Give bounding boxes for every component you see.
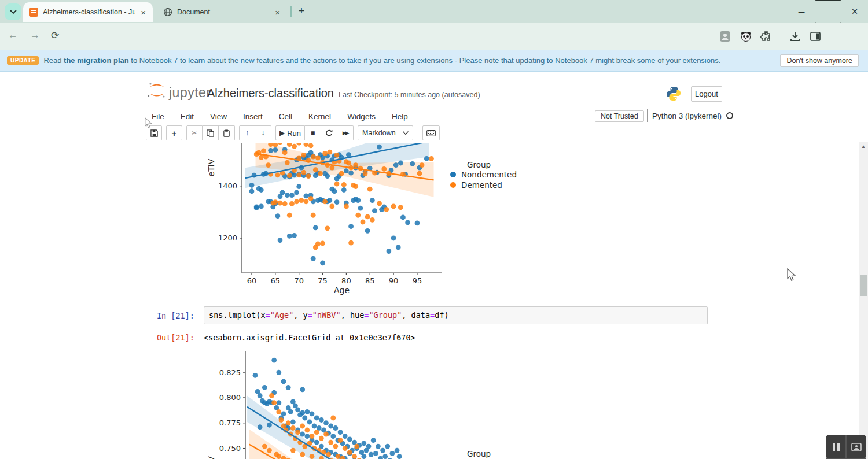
paste-icon xyxy=(223,129,230,137)
code-input[interactable]: sns.lmplot(x="Age", y="nWBV", hue="Group… xyxy=(204,306,708,324)
tab-close-icon[interactable]: × xyxy=(274,8,281,17)
tab-divider xyxy=(290,6,292,17)
window-close-button[interactable]: × xyxy=(841,0,868,23)
menu-item-help[interactable]: Help xyxy=(392,112,408,121)
svg-text:Nondemented: Nondemented xyxy=(461,170,517,179)
snapshot-icon xyxy=(851,443,862,451)
run-cell-button[interactable]: ▶Run xyxy=(275,125,305,140)
keyboard-icon xyxy=(426,130,436,136)
restart-kernel-button[interactable] xyxy=(321,125,337,140)
interrupt-kernel-button[interactable]: ■ xyxy=(305,125,321,140)
tab-title: Alzheimers-classification - Jupy xyxy=(43,8,135,16)
menu-item-cell[interactable]: Cell xyxy=(279,112,292,121)
browser-tab-document[interactable]: Document × xyxy=(157,2,287,22)
paste-cell-button[interactable] xyxy=(219,125,235,140)
restart-icon xyxy=(325,129,333,137)
jupyter-wordmark: jupyter xyxy=(169,85,211,101)
jupyter-favicon-icon xyxy=(29,8,38,17)
kernel-name: Python 3 (ipykernel) xyxy=(652,112,722,120)
svg-text:60: 60 xyxy=(247,276,257,285)
window-minimize-button[interactable]: ─ xyxy=(788,0,815,23)
dismiss-banner-button[interactable]: Don't show anymore xyxy=(780,54,859,67)
svg-text:nWBV: nWBV xyxy=(207,456,216,459)
command-palette-button[interactable] xyxy=(422,125,440,140)
logout-button[interactable]: Logout xyxy=(691,86,722,102)
save-icon xyxy=(150,129,158,137)
migration-plan-link[interactable]: the migration plan xyxy=(64,56,129,65)
svg-text:85: 85 xyxy=(365,276,375,285)
nwbv-vs-age-plot: 0.7500.7750.8000.825nWBVGroupNondemented… xyxy=(191,347,527,459)
menu-item-insert[interactable]: Insert xyxy=(243,112,263,121)
svg-text:70: 70 xyxy=(294,276,304,285)
new-tab-button[interactable]: + xyxy=(295,5,308,18)
recorder-overlay xyxy=(826,435,866,459)
notebook-title[interactable]: Alzheimers-classificationLast Checkpoint… xyxy=(207,87,480,100)
scrollbar-up-icon[interactable]: ▲ xyxy=(859,142,868,151)
tab-search-button[interactable] xyxy=(5,3,21,20)
output-text: <seaborn.axisgrid.FacetGrid at 0x1e0e3e7… xyxy=(204,333,415,342)
notebook-content: 1200140016006065707580859095AgeeTIVGroup… xyxy=(0,142,859,459)
recorder-pause-button[interactable] xyxy=(826,435,846,459)
extensions-puzzle-icon[interactable] xyxy=(760,31,772,42)
downloads-icon[interactable] xyxy=(789,31,801,42)
scrollbar-thumb[interactable] xyxy=(860,275,867,296)
move-cell-up-button[interactable]: ↑ xyxy=(239,125,255,140)
maximize-icon xyxy=(815,0,841,23)
chevron-down-icon xyxy=(403,131,409,135)
tab-close-icon[interactable]: × xyxy=(139,8,147,17)
svg-text:1200: 1200 xyxy=(218,234,237,242)
recorder-snapshot-button[interactable] xyxy=(846,435,866,459)
notebook-header: jupyter Alzheimers-classificationLast Ch… xyxy=(0,72,868,108)
menu-item-edit[interactable]: Edit xyxy=(181,112,194,121)
pause-icon xyxy=(833,443,840,451)
menu-item-file[interactable]: File xyxy=(152,112,164,121)
kernel-idle-indicator-icon xyxy=(726,112,733,119)
jupyter-logo-icon xyxy=(146,80,168,101)
trust-indicator[interactable]: Not Trusted xyxy=(595,110,644,122)
add-cell-button[interactable]: + xyxy=(166,125,182,140)
checkpoint-status: Last Checkpoint: 5 minutes ago (autosave… xyxy=(339,91,480,99)
svg-text:0.775: 0.775 xyxy=(219,419,241,427)
browser-tabstrip: Alzheimers-classification - Jupy × Docum… xyxy=(0,0,868,23)
kernel-separator xyxy=(647,109,648,122)
window-maximize-button[interactable] xyxy=(815,0,841,23)
python-logo-icon xyxy=(665,86,682,102)
page-scrollbar[interactable]: ▲ xyxy=(859,142,868,459)
back-icon[interactable]: ← xyxy=(8,29,18,41)
cell-type-dropdown[interactable]: Markdown xyxy=(358,125,413,140)
browser-toolbar: ← → ⟳ i localhost:8888/notebooks/Alzheim… xyxy=(0,23,868,50)
svg-text:1400: 1400 xyxy=(218,182,237,190)
svg-text:75: 75 xyxy=(318,276,328,285)
profile-extension-icon[interactable] xyxy=(719,31,731,42)
reload-icon[interactable]: ⟳ xyxy=(51,29,59,42)
notebook-toolbar: + ✂ ↑ ↓ ▶Run ■ ▶▶ Markdown xyxy=(0,124,868,142)
copy-icon xyxy=(207,129,214,137)
menu-item-kernel[interactable]: Kernel xyxy=(308,112,331,121)
svg-text:Group: Group xyxy=(467,449,491,458)
tab-title: Document xyxy=(177,8,269,16)
svg-text:65: 65 xyxy=(271,276,281,285)
update-badge: UPDATE xyxy=(7,56,39,65)
input-prompt: In [21]: xyxy=(0,311,194,320)
menu-item-widgets[interactable]: Widgets xyxy=(347,112,376,121)
svg-text:Demented: Demented xyxy=(461,180,502,190)
mouse-cursor xyxy=(787,268,797,282)
svg-text:80: 80 xyxy=(341,276,351,285)
notebook-menubar: FileEditViewInsertCellKernelWidgetsHelp … xyxy=(0,108,868,124)
svg-text:0.825: 0.825 xyxy=(219,368,241,377)
svg-text:eTIV: eTIV xyxy=(207,158,216,176)
copy-cell-button[interactable] xyxy=(203,125,219,140)
browser-tab-notebook[interactable]: Alzheimers-classification - Jupy × xyxy=(23,2,153,22)
svg-text:0.800: 0.800 xyxy=(219,393,241,402)
cut-cell-button[interactable]: ✂ xyxy=(186,125,203,140)
forward-icon[interactable]: → xyxy=(30,29,40,41)
side-panel-icon[interactable] xyxy=(810,31,821,42)
ghost-cursor xyxy=(145,117,153,129)
menu-item-view[interactable]: View xyxy=(210,112,227,121)
globe-icon xyxy=(163,8,172,17)
panda-extension-icon[interactable] xyxy=(740,31,752,42)
restart-run-all-button[interactable]: ▶▶ xyxy=(337,125,354,140)
move-cell-down-button[interactable]: ↓ xyxy=(255,125,271,140)
svg-text:Group: Group xyxy=(467,160,491,169)
jupyter-logo[interactable]: jupyter xyxy=(146,80,211,101)
